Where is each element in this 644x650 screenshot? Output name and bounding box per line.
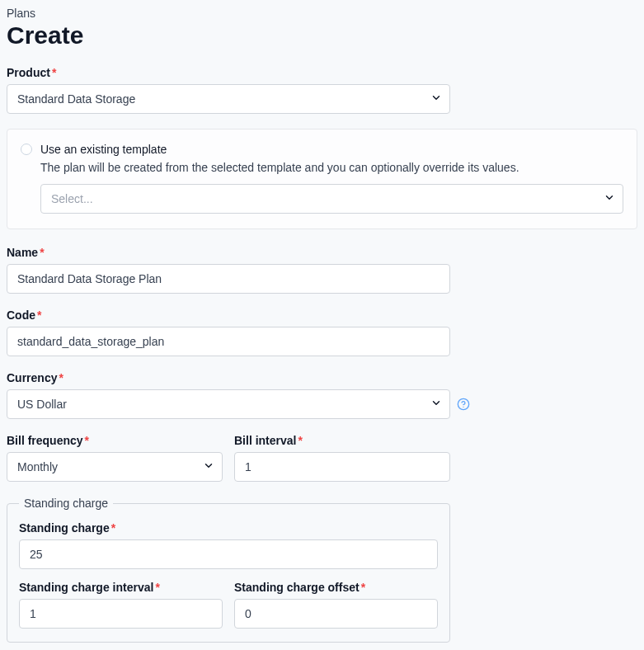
standing-charge-label: Standing charge* — [19, 521, 438, 535]
template-panel: Use an existing template The plan will b… — [7, 129, 637, 229]
use-template-radio[interactable] — [21, 144, 32, 155]
breadcrumb[interactable]: Plans — [7, 7, 637, 20]
help-icon[interactable] — [457, 398, 470, 411]
bill-frequency-value: Monthly — [7, 452, 223, 482]
bill-frequency-select[interactable]: Monthly — [7, 452, 223, 482]
code-input[interactable] — [7, 327, 450, 356]
product-select-value: Standard Data Storage — [7, 84, 450, 114]
required-indicator: * — [52, 66, 56, 79]
standing-charge-interval-label: Standing charge interval* — [19, 581, 223, 594]
standing-charge-offset-label: Standing charge offset* — [234, 581, 438, 594]
use-template-label: Use an existing template — [40, 143, 167, 156]
required-indicator: * — [361, 581, 365, 594]
bill-interval-label: Bill interval* — [234, 434, 450, 447]
required-indicator: * — [37, 309, 41, 322]
product-label: Product* — [7, 66, 637, 79]
required-indicator: * — [59, 371, 63, 384]
product-select[interactable]: Standard Data Storage — [7, 84, 450, 114]
bill-interval-input[interactable] — [234, 452, 450, 482]
currency-select-value: US Dollar — [7, 389, 450, 419]
required-indicator: * — [111, 521, 115, 535]
required-indicator: * — [40, 246, 44, 259]
standing-charge-interval-input[interactable] — [19, 599, 223, 629]
standing-charge-offset-input[interactable] — [234, 599, 438, 629]
template-select-placeholder: Select... — [40, 184, 623, 214]
required-indicator: * — [155, 581, 159, 594]
required-indicator: * — [85, 434, 89, 447]
template-select[interactable]: Select... — [40, 184, 623, 214]
name-label: Name* — [7, 246, 637, 259]
standing-charge-input[interactable] — [19, 539, 438, 569]
currency-label: Currency* — [7, 371, 637, 384]
page-title: Create — [7, 21, 637, 49]
currency-select[interactable]: US Dollar — [7, 389, 450, 419]
standing-charge-legend: Standing charge — [19, 497, 113, 510]
bill-frequency-label: Bill frequency* — [7, 434, 223, 447]
code-label: Code* — [7, 309, 637, 322]
standing-charge-fieldset: Standing charge Standing charge* Standin… — [7, 497, 450, 643]
required-indicator: * — [298, 434, 302, 447]
template-description: The plan will be created from the select… — [40, 161, 623, 174]
name-input[interactable] — [7, 264, 450, 294]
